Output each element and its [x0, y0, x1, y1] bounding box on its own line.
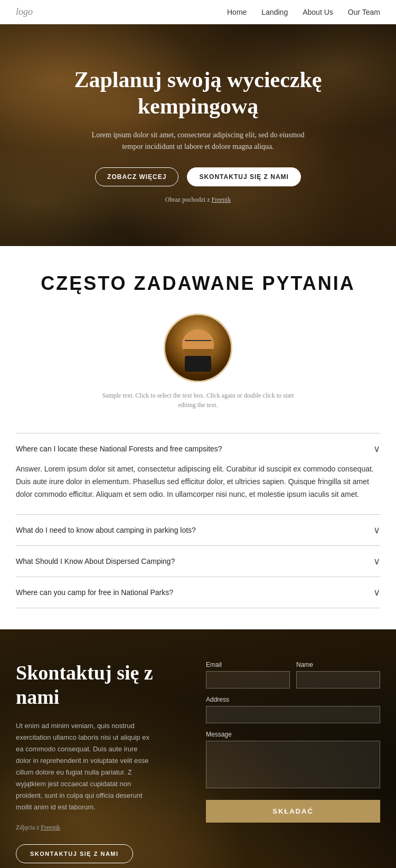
navbar: logo Home Landing About Us Our Team [0, 0, 396, 24]
faq-question-3[interactable]: What Should I Know About Dispersed Campi… [16, 555, 380, 567]
faq-avatar [164, 314, 232, 382]
hero-subtitle: Lorem ipsum dolor sit amet, consectetur … [87, 129, 309, 153]
faq-title: CZĘSTO ZADAWANE PYTANIA [16, 272, 380, 295]
name-label: Name [296, 661, 380, 668]
faq-section: CZĘSTO ZADAWANE PYTANIA Sample text. Cli… [0, 246, 396, 629]
faq-chevron-3: ∨ [373, 555, 380, 567]
faq-question-text-2: What do I need to know about camping in … [16, 526, 196, 534]
contact-title: Skontaktuj się z nami [16, 661, 190, 709]
nav-home[interactable]: Home [227, 8, 247, 16]
email-input[interactable] [206, 671, 290, 688]
hero-credit: Obraz pochodzi z Freepik [21, 196, 375, 204]
hero-credit-link[interactable]: Freepik [211, 196, 231, 203]
message-textarea[interactable] [206, 741, 380, 788]
message-label: Message [206, 731, 380, 738]
faq-question-4[interactable]: Where can you camp for free in National … [16, 587, 380, 598]
nav-landing[interactable]: Landing [261, 8, 288, 16]
form-row-1: Email Name [206, 661, 380, 688]
contact-credit: Zdjęcia z Freepik [16, 824, 190, 832]
faq-item-3: What Should I Know About Dispersed Campi… [16, 545, 380, 577]
faq-answer-1: Answer. Lorem ipsum dolor sit amet, cons… [16, 463, 380, 505]
nav-team[interactable]: Our Team [348, 8, 380, 16]
hero-content: Zaplanuj swoją wycieczkę kempingową Lore… [0, 56, 396, 215]
faq-question-text-4: Where can you camp for free in National … [16, 588, 173, 597]
logo[interactable]: logo [16, 6, 33, 17]
contact-section: Skontaktuj się z nami Ut enim ad minim v… [0, 629, 396, 868]
faq-sample-text: Sample text. Click to select the text bo… [98, 391, 298, 410]
form-row-3: Message [206, 731, 380, 788]
contact-form-container: Email Name Address Message [206, 661, 380, 823]
hero-credit-prefix: Obraz pochodzi z [165, 196, 212, 203]
hero-section: Zaplanuj swoją wycieczkę kempingową Lore… [0, 24, 396, 246]
address-group: Address [206, 696, 380, 723]
faq-question-1[interactable]: Where can I locate these National Forest… [16, 443, 380, 455]
hero-buttons: ZOBACZ WIĘCEJ SKONTAKTUJ SIĘ Z NAMI [21, 167, 375, 186]
faq-chevron-1: ∨ [373, 443, 380, 455]
avatar-camera [185, 356, 211, 372]
contact-credit-link[interactable]: Freepik [41, 824, 60, 831]
email-label: Email [206, 661, 290, 668]
faq-question-2[interactable]: What do I need to know about camping in … [16, 524, 380, 536]
form-row-2: Address [206, 696, 380, 723]
address-label: Address [206, 696, 380, 703]
name-input[interactable] [296, 671, 380, 688]
faq-item-4: Where can you camp for free in National … [16, 577, 380, 608]
faq-chevron-2: ∨ [373, 524, 380, 536]
nav-about[interactable]: About Us [303, 8, 333, 16]
avatar-glasses [185, 340, 211, 346]
hero-title: Zaplanuj swoją wycieczkę kempingową [21, 67, 375, 120]
faq-item-2: What do I need to know about camping in … [16, 514, 380, 545]
email-group: Email [206, 661, 290, 688]
contact-left: Skontaktuj się z nami Ut enim ad minim v… [16, 661, 190, 863]
faq-question-text-1: Where can I locate these National Forest… [16, 445, 222, 453]
faq-chevron-4: ∨ [373, 587, 380, 598]
contact-description: Ut enim ad minim veniam, quis nostrud ex… [16, 720, 153, 814]
contact-credit-prefix: Zdjęcia z [16, 824, 41, 831]
name-group: Name [296, 661, 380, 688]
message-group: Message [206, 731, 380, 788]
nav-links: Home Landing About Us Our Team [227, 8, 380, 16]
faq-item-1: Where can I locate these National Forest… [16, 433, 380, 514]
address-input[interactable] [206, 706, 380, 723]
faq-profile: Sample text. Click to select the text bo… [16, 314, 380, 422]
faq-question-text-3: What Should I Know About Dispersed Campi… [16, 557, 175, 565]
hero-contact-button[interactable]: SKONTAKTUJ SIĘ Z NAMI [187, 167, 300, 186]
contact-form: Email Name Address Message [206, 661, 380, 823]
submit-button[interactable]: SKŁADAĆ [206, 800, 380, 823]
hero-more-button[interactable]: ZOBACZ WIĘCEJ [95, 167, 178, 186]
contact-cta-button[interactable]: SKONTAKTUJ SIĘ Z NAMI [16, 844, 133, 863]
